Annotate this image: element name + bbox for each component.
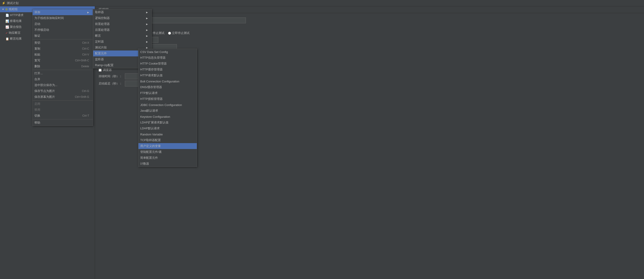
config-label-ftp: FTP默认请求 <box>140 91 158 95</box>
menu-label-add: 添加 <box>34 10 40 14</box>
menu-item-overwrite[interactable]: 复写 Ctrl+Shift-C <box>32 58 93 63</box>
submenu-label-timer: 定时器 <box>95 40 104 44</box>
tree-item-label: 察看结果 <box>10 19 22 23</box>
config-item-jdbc[interactable]: JDBC Connection Configuration <box>138 102 197 108</box>
config-item-simple[interactable]: 简单配置元件 <box>138 155 197 161</box>
menu-item-open[interactable]: 打开... <box>32 70 93 76</box>
menu-label-validate: 验证 <box>34 34 40 38</box>
menu-label-help: 帮助 <box>34 121 40 125</box>
menu-item-validate[interactable]: 验证 <box>32 33 93 39</box>
menu-item-toggle[interactable]: 切换 Ctrl-T <box>32 113 93 119</box>
shortcut-delete: Delete <box>81 65 89 68</box>
submenu-item-post-processor[interactable]: 后置处理器 ▶ <box>93 27 152 33</box>
config-label-http-default: HTTP请求默认值 <box>140 73 163 78</box>
config-item-csv[interactable]: CSV Data Set Config <box>138 49 197 55</box>
submenu-arrow-sampler: ▶ <box>146 11 148 14</box>
config-item-java-default[interactable]: Java默认请求 <box>138 108 197 114</box>
menu-label-no-stop-start: 不停顿启动 <box>34 28 49 32</box>
config-label-dns: DNS/缓存管理器 <box>140 85 162 89</box>
config-item-dns[interactable]: DNS/缓存管理器 <box>138 84 197 90</box>
config-item-bolt[interactable]: Bolt Connection Configuration <box>138 78 197 84</box>
config-label-random-var: Random Variable <box>140 133 163 136</box>
submenu-arrow-test-fragment: ▶ <box>146 47 148 49</box>
separator-2 <box>32 70 93 70</box>
config-label-jdbc: JDBC Connection Configuration <box>140 103 182 107</box>
menu-item-copy[interactable]: 复制 Ctrl-C <box>32 46 93 52</box>
config-label-http-auth: HTTP授权管理器 <box>140 97 163 101</box>
menu-item-add[interactable]: 添加 ▶ <box>32 9 93 15</box>
config-label-simple: 简单配置元件 <box>140 156 158 160</box>
gear-icon: ⚙ <box>5 8 8 11</box>
tree-item-label: 线程组 <box>9 7 18 11</box>
separator-3 <box>32 100 93 101</box>
duration-label: 持续时间（秒）： <box>98 74 122 78</box>
config-label-counter: 计数器 <box>140 162 149 166</box>
menu-item-delete[interactable]: 删除 Delete <box>32 63 93 69</box>
menu-label-save-node-img: 保存节点为图片 <box>34 89 55 93</box>
config-label-bolt: Bolt Connection Configuration <box>140 80 180 83</box>
menu-item-save-screen-img[interactable]: 保存屏幕为图片 Ctrl+Shift-G <box>32 94 93 100</box>
config-item-ftp[interactable]: FTP默认请求 <box>138 90 197 96</box>
submenu-arrow-logic-ctrl: ▶ <box>146 17 148 20</box>
submenu-arrow-timer: ▶ <box>146 41 148 43</box>
config-item-ldap-ext[interactable]: LDAP扩展请求默认值 <box>138 120 197 125</box>
menu-item-paste[interactable]: 粘贴 Ctrl-V <box>32 52 93 58</box>
menu-item-help[interactable]: 帮助 <box>32 120 93 126</box>
submenu-item-pre-processor[interactable]: 前置处理器 ▶ <box>93 21 152 27</box>
menu-label-enable: 启用 <box>34 102 40 106</box>
tree-item-label: 断言结果 <box>10 37 22 41</box>
submenu-arrow-post-processor: ▶ <box>146 29 148 31</box>
submenu-item-timer[interactable]: 定时器 ▶ <box>93 39 152 45</box>
shortcut-cut: Ctrl-X <box>82 41 89 44</box>
menu-label-disable: 禁用 <box>34 108 40 112</box>
config-item-tcp[interactable]: TCP取样器配置 <box>138 137 197 143</box>
config-item-random-var[interactable]: Random Variable <box>138 131 197 137</box>
config-label-http-cache: HTTP缓存管理器 <box>140 68 163 72</box>
menu-item-add-think-time[interactable]: 为子线程添加响应时间 <box>32 15 93 21</box>
config-item-user-defined[interactable]: 用户定义的变量 <box>138 143 197 149</box>
radio-stop-now[interactable]: 立即停止测试 <box>168 31 190 35</box>
menu-label-add-think-time: 为子线程添加响应时间 <box>34 16 64 20</box>
config-item-http-cache[interactable]: HTTP缓存管理器 <box>138 67 197 73</box>
note-row: 注释： <box>98 18 640 23</box>
config-item-login[interactable]: 登陆配置元件/素 <box>138 149 197 155</box>
submenu-item-logic-ctrl[interactable]: 逻辑控制器 ▶ <box>93 15 152 21</box>
config-item-http-header[interactable]: HTTP信息头管理器 <box>138 55 197 61</box>
config-label-ldap-ext: LDAP扩展请求默认值 <box>140 120 168 125</box>
tree-item-label: HTTP请求 <box>10 13 24 17</box>
menu-label-paste: 粘贴 <box>34 53 40 57</box>
config-item-counter[interactable]: 计数器 <box>138 161 197 167</box>
menu-label-start: 启动 <box>34 22 40 26</box>
menu-item-start[interactable]: 启动 <box>32 21 93 27</box>
separator-4 <box>32 119 93 119</box>
config-label-ldap-default: LDAP默认请求 <box>140 126 160 130</box>
num-threads-row: 线程数： <box>98 37 640 43</box>
config-item-http-auth[interactable]: HTTP授权管理器 <box>138 96 197 102</box>
submenu-arrow-pre-processor: ▶ <box>146 23 148 25</box>
scheduler-checkbox[interactable] <box>98 69 102 72</box>
shortcut-paste: Ctrl-V <box>82 53 89 56</box>
menu-item-save-node-img[interactable]: 保存节点为图片 Ctrl-G <box>32 88 93 94</box>
menu-item-merge[interactable]: 合并 <box>32 76 93 82</box>
config-item-http-cookie[interactable]: HTTP Cookie管理器 <box>138 61 197 67</box>
radio-label-stop-test: 停止测试 <box>153 31 164 35</box>
config-item-keystore[interactable]: Keystore Configuration <box>138 114 197 120</box>
radio-group-error: 启动下一进程循环 停止线程 停止测试 立即停止测试 <box>98 31 640 35</box>
config-item-http-default[interactable]: HTTP请求默认值 <box>138 73 197 78</box>
title-bar: ⚡ 测试计划 <box>0 0 644 6</box>
config-label-java-default: Java默认请求 <box>140 109 158 113</box>
config-label-login: 登陆配置元件/素 <box>140 150 162 154</box>
menu-item-cut[interactable]: 剪切 Ctrl-X <box>32 40 93 46</box>
submenu-item-assertion[interactable]: 断言 ▶ <box>93 33 152 39</box>
submenu-item-sampler[interactable]: 取样器 ▶ <box>93 9 152 15</box>
thread-group-panel-header: 线程组 <box>95 6 644 13</box>
config-item-ldap-default[interactable]: LDAP默认请求 <box>138 125 197 131</box>
menu-label-copy: 复制 <box>34 47 40 51</box>
menu-item-no-stop-start[interactable]: 不停顿启动 <box>32 27 93 33</box>
submenu-label-post-processor: 后置处理器 <box>95 28 110 32</box>
menu-item-save-partial[interactable]: 选中部分保存为... <box>32 82 93 88</box>
menu-label-open: 打开... <box>34 71 43 75</box>
menu-label-overwrite: 复写 <box>34 58 40 63</box>
agg-icon: 📈 <box>6 25 9 29</box>
radio-label-stop-now: 立即停止测试 <box>172 31 190 35</box>
